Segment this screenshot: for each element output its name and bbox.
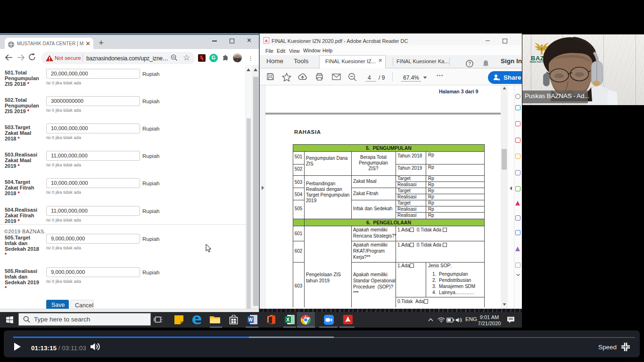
svg-text:?: ? bbox=[468, 61, 471, 66]
svg-text:X: X bbox=[286, 317, 289, 322]
svg-text:W: W bbox=[248, 317, 253, 322]
svg-text:A: A bbox=[265, 39, 268, 43]
